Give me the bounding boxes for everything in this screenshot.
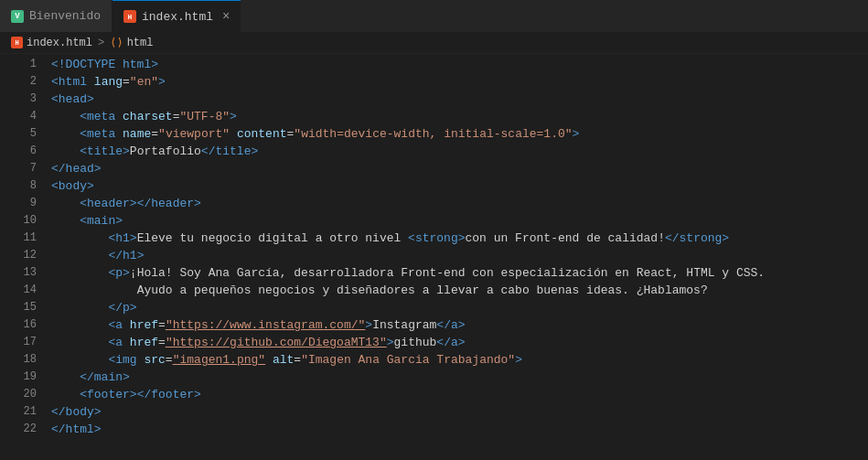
- code-line-19: </main>: [51, 369, 868, 386]
- code-line-1: <!DOCTYPE html>: [51, 56, 868, 73]
- breadcrumb-separator: >: [98, 37, 104, 49]
- tab-bienvenido[interactable]: V Bienvenido: [0, 0, 113, 32]
- line-numbers: 12345 678910 1112131415 1617181920 2122: [0, 54, 44, 460]
- tab-bar: V Bienvenido H index.html ×: [0, 0, 868, 32]
- code-line-11: <h1>Eleve tu negocio digital a otro nive…: [51, 230, 868, 247]
- code-line-13: <p>¡Hola! Soy Ana García, desarrolladora…: [51, 264, 868, 282]
- code-line-9: <header></header>: [51, 195, 868, 212]
- tab-bienvenido-label: Bienvenido: [29, 9, 101, 23]
- code-line-15: </p>: [51, 299, 868, 316]
- code-line-20: <footer></footer>: [51, 386, 868, 403]
- code-line-21: </body>: [51, 403, 868, 421]
- tab-index-html-label: index.html: [142, 10, 213, 24]
- code-line-3: <head>: [51, 91, 868, 108]
- code-line-7: </head>: [51, 160, 868, 177]
- code-line-6: <title>Portafolio</title>: [51, 143, 868, 160]
- vue-icon: V: [11, 10, 24, 23]
- code-content[interactable]: <!DOCTYPE html> <html lang="en"> <head> …: [44, 54, 868, 460]
- code-line-2: <html lang="en">: [51, 73, 868, 91]
- breadcrumb: H index.html > ⟨⟩ html: [0, 32, 868, 54]
- code-area: 12345 678910 1112131415 1617181920 2122 …: [0, 54, 868, 460]
- breadcrumb-parent: html: [127, 37, 154, 49]
- breadcrumb-html-icon: H: [11, 37, 23, 48]
- breadcrumb-parent-icon: ⟨⟩: [110, 36, 123, 49]
- code-line-8: <body>: [51, 177, 868, 195]
- code-line-10: <main>: [51, 212, 868, 230]
- code-line-12: </h1>: [51, 247, 868, 264]
- html-icon: H: [123, 10, 136, 23]
- code-line-16: <a href="https://www.instagram.com/">Ins…: [51, 316, 868, 334]
- code-line-17: <a href="https://github.com/DiegoaMT13">…: [51, 334, 868, 351]
- tab-index-html[interactable]: H index.html ×: [113, 0, 241, 32]
- code-line-18: <img src="imagen1.png" alt="Imagen Ana G…: [51, 351, 868, 369]
- breadcrumb-file: index.html: [27, 37, 92, 49]
- code-line-14: Ayudo a pequeños negocios y diseñadores …: [51, 282, 868, 299]
- tab-close-button[interactable]: ×: [222, 10, 230, 23]
- code-line-22: </html>: [51, 421, 868, 438]
- code-line-5: <meta name="viewport" content="width=dev…: [51, 125, 868, 143]
- code-line-4: <meta charset="UTF-8">: [51, 108, 868, 125]
